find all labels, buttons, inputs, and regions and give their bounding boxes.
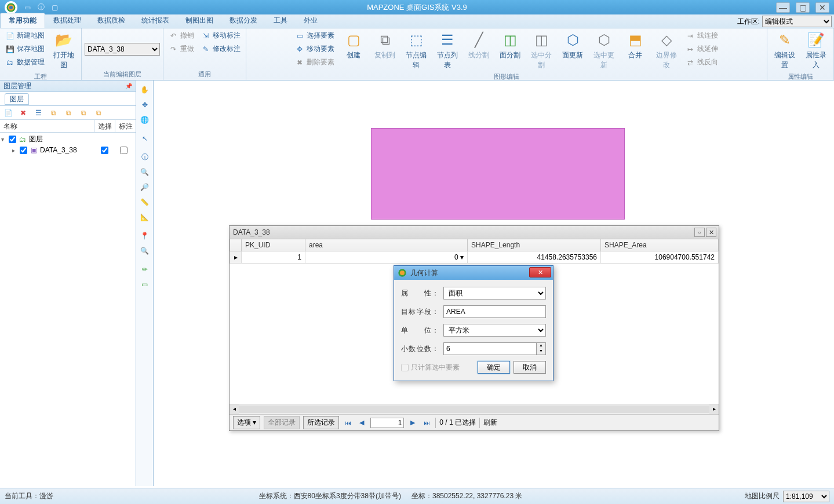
root-visibility-checkbox[interactable] xyxy=(9,136,16,143)
next-page-icon[interactable]: ▶ xyxy=(407,418,418,428)
decimal-input[interactable] xyxy=(443,342,537,355)
zoom-window-icon[interactable]: 🔍 xyxy=(138,165,152,179)
scroll-left-icon[interactable]: ◂ xyxy=(230,404,239,414)
options-button[interactable]: 选项 ▾ xyxy=(233,416,260,429)
col-shape-length[interactable]: SHAPE_Length xyxy=(468,239,601,251)
qat-item-icon[interactable]: ▭ xyxy=(24,3,31,12)
attr-hscrollbar[interactable]: ◂ ▸ xyxy=(230,404,719,414)
layer-tb-group3-icon[interactable]: ⧉ xyxy=(78,108,89,118)
pointer-tool-icon[interactable]: ↖ xyxy=(138,132,152,145)
copy-to-button[interactable]: ⧉复制到 xyxy=(370,30,399,61)
cell-pkuid[interactable]: 1 xyxy=(242,251,305,264)
info-tool-icon[interactable]: ⓘ xyxy=(138,150,152,164)
all-records-button[interactable]: 全部记录 xyxy=(264,416,300,429)
node-list-button[interactable]: ☰节点列表 xyxy=(433,30,462,71)
cancel-button[interactable]: 取消 xyxy=(513,361,546,374)
qat-window-icon[interactable]: ▢ xyxy=(52,3,58,12)
layer-tb-new-icon[interactable]: 📄 xyxy=(2,108,14,118)
col-area[interactable]: area xyxy=(305,239,468,251)
select-feature-button[interactable]: ▭选择要素 xyxy=(293,30,337,42)
current-layer-select[interactable]: DATA_3_38 xyxy=(85,43,160,56)
cell-shape-length[interactable]: 41458.2635753356 xyxy=(468,251,601,264)
new-map-button[interactable]: 📄新建地图 xyxy=(3,30,47,42)
table-row[interactable]: ▸ 1 0 ▾ 41458.2635753356 106904700.55174… xyxy=(230,251,719,264)
tree-item[interactable]: ▸ ▣ DATA_3_38 xyxy=(1,145,134,155)
boundary-edit-button[interactable]: ◇边界修改 xyxy=(652,30,681,71)
unit-select[interactable]: 平方米 xyxy=(443,324,546,337)
edit-settings-button[interactable]: ✎编辑设置 xyxy=(770,30,799,71)
sel-update-button[interactable]: ⬡选中更新 xyxy=(589,30,618,71)
target-field-input[interactable] xyxy=(443,305,546,318)
data-mgmt-button[interactable]: 🗂数据管理 xyxy=(3,56,47,68)
layer-tb-group1-icon[interactable]: ⧉ xyxy=(48,108,59,118)
geom-dialog-titlebar[interactable]: 几何计算 ✕ xyxy=(394,266,553,280)
tab-field[interactable]: 外业 xyxy=(296,13,326,28)
search-tool-icon[interactable]: 🔍 xyxy=(138,244,152,258)
rect-tool-icon[interactable]: ▭ xyxy=(138,277,152,291)
create-button[interactable]: ▢创建 xyxy=(339,30,368,61)
sel-split-button[interactable]: ◫选中分割 xyxy=(527,30,556,71)
page-input[interactable] xyxy=(370,418,404,428)
spin-up-icon[interactable]: ▲ xyxy=(537,343,545,349)
tab-tools[interactable]: 工具 xyxy=(265,13,296,28)
redo-button[interactable]: ↷重做 xyxy=(166,43,196,55)
expand-icon[interactable]: ▾ xyxy=(1,136,7,143)
globe-tool-icon[interactable]: 🌐 xyxy=(138,113,152,127)
tree-root[interactable]: ▾ 🗂 图层 xyxy=(1,134,134,145)
minimize-button[interactable]: — xyxy=(776,2,790,13)
move-tool-icon[interactable]: ✥ xyxy=(138,98,152,112)
item-visibility-checkbox[interactable] xyxy=(20,147,27,154)
close-button[interactable]: ✕ xyxy=(815,2,829,13)
pan-tool-icon[interactable]: ✋ xyxy=(138,83,152,97)
ok-button[interactable]: 确定 xyxy=(478,361,510,374)
area-update-button[interactable]: ⬡面更新 xyxy=(558,30,587,61)
item-select-checkbox[interactable] xyxy=(101,147,108,154)
move-feature-button[interactable]: ✥移动要素 xyxy=(293,43,337,55)
cell-area[interactable]: 0 ▾ xyxy=(305,251,468,264)
line-extend-button[interactable]: ↦线延伸 xyxy=(683,43,720,55)
measure-area-icon[interactable]: 📐 xyxy=(138,210,152,224)
attr-window-titlebar[interactable]: DATA_3_38 ▫ ✕ xyxy=(230,226,719,239)
qat-info-icon[interactable]: ⓘ xyxy=(38,2,45,12)
spin-down-icon[interactable]: ▼ xyxy=(537,349,545,355)
first-page-icon[interactable]: ⏮ xyxy=(343,418,353,428)
col-shape-area[interactable]: SHAPE_Area xyxy=(601,239,719,251)
line-connect-button[interactable]: ⇥线连接 xyxy=(683,30,720,42)
col-pkuid[interactable]: PK_UID xyxy=(242,239,305,251)
expand-icon[interactable]: ▸ xyxy=(12,147,18,154)
delete-feature-button[interactable]: ✖删除要素 xyxy=(293,56,337,68)
scroll-right-icon[interactable]: ▸ xyxy=(709,404,719,414)
measure-line-icon[interactable]: 📏 xyxy=(138,195,152,209)
tab-mapout[interactable]: 制图出图 xyxy=(177,13,221,28)
cell-shape-area[interactable]: 106904700.551742 xyxy=(601,251,719,264)
scale-select[interactable]: 1:81,109 xyxy=(783,491,829,502)
item-label-checkbox[interactable] xyxy=(120,147,128,154)
open-map-button[interactable]: 📂 打开地图 xyxy=(49,30,78,71)
maximize-button[interactable]: ▢ xyxy=(796,2,810,13)
move-label-button[interactable]: ⇲移动标注 xyxy=(199,30,243,42)
last-page-icon[interactable]: ⏭ xyxy=(421,418,432,428)
tab-data-process[interactable]: 数据处理 xyxy=(45,13,89,28)
layer-tb-group2-icon[interactable]: ⧉ xyxy=(63,108,74,118)
layer-tb-group4-icon[interactable]: ⧉ xyxy=(93,108,104,118)
selected-records-button[interactable]: 所选记录 xyxy=(303,416,339,429)
undo-button[interactable]: ↶撤销 xyxy=(166,30,196,42)
feature-polygon[interactable] xyxy=(371,128,625,220)
pin-icon[interactable]: 📌 xyxy=(125,83,132,89)
prev-page-icon[interactable]: ◀ xyxy=(356,418,367,428)
refresh-button[interactable]: 刷新 xyxy=(483,418,497,428)
line-reverse-button[interactable]: ⇄线反向 xyxy=(683,56,720,68)
geom-close-button[interactable]: ✕ xyxy=(529,267,551,277)
save-map-button[interactable]: 💾保存地图 xyxy=(3,43,47,55)
edit-label-button[interactable]: ✎修改标注 xyxy=(199,43,243,55)
decimal-spinner[interactable]: ▲▼ xyxy=(443,342,546,355)
node-edit-button[interactable]: ⬚节点编辑 xyxy=(402,30,431,71)
draw-tool-icon[interactable]: ✏ xyxy=(138,262,152,276)
area-split-button[interactable]: ◫面分割 xyxy=(496,30,525,61)
locate-tool-icon[interactable]: 📍 xyxy=(138,229,152,243)
layer-tb-remove-icon[interactable]: ✖ xyxy=(17,108,29,118)
attr-close-button[interactable]: ✕ xyxy=(706,228,716,237)
attr-input-button[interactable]: 📝属性录入 xyxy=(802,30,831,71)
attribute-select[interactable]: 面积 xyxy=(443,287,546,300)
tab-distribute[interactable]: 数据分发 xyxy=(221,13,265,28)
